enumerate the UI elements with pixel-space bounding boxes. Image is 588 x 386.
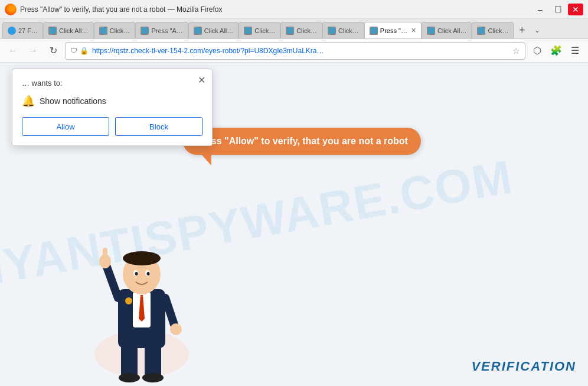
svg-rect-3 <box>145 336 161 378</box>
tab-label-3: Click… <box>110 27 130 34</box>
tab-label-5: Click All… <box>204 27 234 34</box>
tab-label-1: 27 F… <box>18 27 38 34</box>
svg-rect-16 <box>103 248 107 264</box>
block-button[interactable]: Block <box>115 117 202 136</box>
extensions-button[interactable]: 🧩 <box>548 43 564 59</box>
speech-bubble: Press "Allow" to verify, that you are no… <box>183 128 421 155</box>
tab-8[interactable]: 🌐 Click… <box>322 22 364 38</box>
verification-text: VERIFICATION <box>471 359 576 374</box>
tab-1[interactable]: 🌐 27 F… <box>2 22 43 38</box>
popup-close-button[interactable]: ✕ <box>195 74 207 86</box>
notification-popup: ✕ … wants to: 🔔 Show notifications Allow… <box>12 69 213 146</box>
tab-3[interactable]: 🌐 Click… <box>94 22 136 38</box>
tab-5[interactable]: 🌐 Click All… <box>188 22 239 38</box>
allow-button[interactable]: Allow <box>22 117 109 136</box>
shield-icon: 🛡 <box>70 47 77 55</box>
tab-favicon-4: 🌐 <box>141 27 149 35</box>
restore-button[interactable]: ☐ <box>550 4 566 15</box>
nav-right-buttons: ⬡ 🧩 ☰ <box>529 43 583 59</box>
titlebar-title: Press "Allow" to verify, that you are no… <box>20 5 222 14</box>
tab-active[interactable]: 🌐 Press "… ✕ <box>364 22 422 38</box>
tab-favicon-2: 🌐 <box>48 27 57 35</box>
svg-point-9 <box>123 251 161 265</box>
urlbar-security-icons: 🛡 🔒 <box>70 47 89 55</box>
firefox-logo <box>5 4 17 15</box>
page-content: MYANTISPYWARE.COM ✕ … wants to: 🔔 Show n… <box>0 63 588 386</box>
urlbar[interactable]: 🛡 🔒 https://rqstz.check-tl-ver-154-2.com… <box>65 42 525 60</box>
popup-notification-row: 🔔 Show notifications <box>22 95 202 108</box>
forward-button[interactable]: → <box>25 43 41 59</box>
tab-favicon-6: 🌐 <box>244 27 252 35</box>
popup-wants-text: … wants to: <box>22 79 202 87</box>
titlebar: Press "Allow" to verify, that you are no… <box>0 0 588 19</box>
reload-button[interactable]: ↻ <box>45 43 61 59</box>
tabbar: 🌐 27 F… 🌐 Click All… 🌐 Click… 🌐 Press "A… <box>0 19 588 39</box>
popup-notification-label: Show notifications <box>40 96 106 106</box>
svg-line-17 <box>165 298 174 325</box>
tab-4[interactable]: 🌐 Press "A… <box>135 22 188 38</box>
tab-close-active[interactable]: ✕ <box>411 27 416 34</box>
menu-button[interactable]: ☰ <box>567 43 583 59</box>
bookmark-star-icon[interactable]: ☆ <box>512 46 520 56</box>
tab-favicon-5: 🌐 <box>194 27 202 35</box>
popup-buttons: Allow Block <box>22 117 202 136</box>
tab-label-6: Click… <box>254 27 275 34</box>
container-icon[interactable]: ⬡ <box>529 43 545 59</box>
tab-label-2: Click All… <box>59 27 89 34</box>
close-button[interactable]: ✕ <box>568 4 583 15</box>
tab-label-active: Press "… <box>380 27 407 34</box>
tab-7[interactable]: 🌐 Click… <box>280 22 322 38</box>
tab-label-11: Click… <box>488 27 508 34</box>
tab-label-10: Click All… <box>437 27 467 34</box>
svg-point-18 <box>170 323 182 335</box>
tab-label-8: Click… <box>338 27 359 34</box>
minimize-button[interactable]: – <box>533 4 548 15</box>
tab-favicon-8: 🌐 <box>328 27 336 35</box>
navbar: ← → ↻ 🛡 🔒 https://rqstz.check-tl-ver-154… <box>0 39 588 63</box>
tab-favicon-10: 🌐 <box>427 27 435 35</box>
lock-icon: 🔒 <box>80 47 89 55</box>
bell-icon: 🔔 <box>22 95 35 108</box>
new-tab-button[interactable]: + <box>514 22 530 38</box>
urlbar-text[interactable]: https://rqstz.check-tl-ver-154-2.com/eye… <box>92 47 509 55</box>
tab-11[interactable]: 🌐 Click… <box>472 22 514 38</box>
character-illustration <box>77 183 207 386</box>
back-button[interactable]: ← <box>5 43 21 59</box>
tab-favicon-7: 🌐 <box>286 27 294 35</box>
tab-2[interactable]: 🌐 Click All… <box>43 22 94 38</box>
svg-point-4 <box>119 373 140 382</box>
tab-favicon-3: 🌐 <box>99 27 107 35</box>
svg-point-5 <box>142 373 164 382</box>
svg-line-14 <box>106 265 118 298</box>
svg-point-13 <box>147 272 150 275</box>
svg-rect-2 <box>121 336 138 378</box>
tab-label-4: Press "A… <box>151 27 182 34</box>
titlebar-left: Press "Allow" to verify, that you are no… <box>5 4 222 15</box>
tab-favicon-1: 🌐 <box>8 27 16 35</box>
svg-point-19 <box>125 297 132 304</box>
svg-point-12 <box>135 272 138 275</box>
tab-overflow-button[interactable]: ⌄ <box>530 22 544 38</box>
tab-10[interactable]: 🌐 Click All… <box>422 22 472 38</box>
tab-favicon-11: 🌐 <box>477 27 485 35</box>
titlebar-controls: – ☐ ✕ <box>533 4 583 15</box>
tab-6[interactable]: 🌐 Click… <box>239 22 280 38</box>
tab-favicon-active: 🌐 <box>370 27 378 35</box>
tab-label-7: Click… <box>296 27 317 34</box>
